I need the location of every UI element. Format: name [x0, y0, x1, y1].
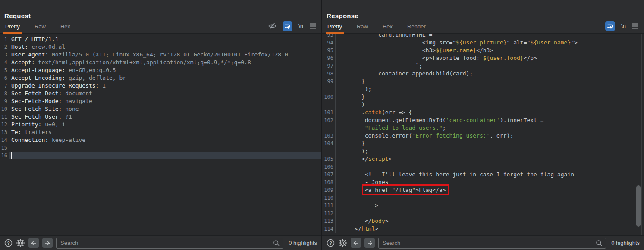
code-line[interactable]: 105 </script>: [322, 155, 644, 163]
word-wrap-icon[interactable]: [283, 21, 292, 31]
line-number: 94: [322, 39, 336, 47]
code-line[interactable]: 95 <h3>${user.name}</h3>: [322, 47, 644, 54]
code-line[interactable]: 113 </body>: [322, 217, 644, 225]
code-line[interactable]: ): [322, 101, 644, 109]
code-line[interactable]: 114 </html>: [322, 225, 644, 233]
code-line[interactable]: 104 }: [322, 140, 644, 147]
code-line[interactable]: 1GET / HTTP/1.1: [0, 35, 321, 43]
response-search-bar: ? 0 highlights: [322, 235, 644, 250]
settings-gear-icon[interactable]: [16, 238, 25, 247]
line-number: [322, 101, 336, 109]
next-match-button[interactable]: [364, 238, 375, 248]
code-line[interactable]: 100 }: [322, 93, 644, 101]
newline-icon[interactable]: \n: [298, 23, 303, 29]
help-icon[interactable]: ?: [327, 239, 335, 247]
code-line[interactable]: 16: [0, 152, 321, 159]
response-tabs: Pretty Raw Hex Render: [327, 23, 440, 33]
tab-render[interactable]: Render: [406, 23, 427, 33]
line-number: 97: [322, 62, 336, 70]
response-search-box: [378, 237, 606, 249]
response-highlight-count: 0 highlights: [611, 240, 640, 246]
previous-match-button[interactable]: [28, 238, 39, 248]
code-line[interactable]: 102 document.getElementById('card-contai…: [322, 116, 644, 124]
code-line[interactable]: 10Sec-Fetch-Site: none: [0, 105, 321, 113]
code-line[interactable]: 98 container.appendChild(card);: [322, 70, 644, 78]
code-line[interactable]: );: [322, 147, 644, 155]
code-line[interactable]: 2Host: crew.0d.al: [0, 43, 321, 51]
line-number: 114: [322, 225, 336, 233]
code-line[interactable]: "Failed to load users.";: [322, 124, 644, 132]
code-line[interactable]: 14Connection: keep-alive: [0, 136, 321, 144]
next-match-button[interactable]: [42, 238, 53, 248]
flag-link-highlight-box: <a href="/flag">Flag</a>: [365, 186, 446, 194]
code-line[interactable]: 13Te: trailers: [0, 128, 321, 136]
tab-pretty[interactable]: Pretty: [4, 23, 21, 33]
help-icon[interactable]: ?: [4, 239, 13, 247]
line-number: 98: [322, 70, 336, 78]
line-number: 108: [322, 178, 336, 186]
code-line[interactable]: 111 -->: [322, 202, 644, 209]
line-number: 103: [322, 132, 336, 140]
response-editor[interactable]: 93 card.innerHTML = `94 <img src="${user…: [322, 34, 644, 235]
code-line[interactable]: 8Sec-Fetch-Dest: document: [0, 90, 321, 97]
tab-hex[interactable]: Hex: [60, 23, 71, 33]
newline-icon[interactable]: \n: [621, 23, 626, 29]
line-number: 112: [322, 209, 336, 217]
line-number: 7: [0, 82, 9, 90]
line-number: 16: [0, 152, 9, 159]
response-search-input[interactable]: [379, 240, 606, 246]
tab-hex[interactable]: Hex: [382, 23, 393, 33]
previous-match-button[interactable]: [351, 238, 361, 248]
code-line[interactable]: 101 .catch(err => {: [322, 109, 644, 116]
code-line[interactable]: 6Accept-Encoding: gzip, deflate, br: [0, 74, 321, 82]
line-number: 106: [322, 163, 336, 171]
code-line[interactable]: 3User-Agent: Mozilla/5.0 (X11; Linux x86…: [0, 51, 321, 59]
code-line[interactable]: 96 <p>Favorite food: ${user.food}</p>: [322, 54, 644, 62]
code-line[interactable]: 12Priority: u=0, i: [0, 121, 321, 128]
code-line[interactable]: 9Sec-Fetch-Mode: navigate: [0, 97, 321, 105]
request-search-bar: ? 0 highlights: [0, 235, 321, 250]
scrollbar-thumb[interactable]: [636, 185, 641, 227]
code-line[interactable]: 106: [322, 163, 644, 171]
code-line[interactable]: 11Sec-Fetch-User: ?1: [0, 113, 321, 121]
request-editor[interactable]: 1GET / HTTP/1.12Host: crew.0d.al3User-Ag…: [0, 34, 321, 235]
tab-raw[interactable]: Raw: [356, 23, 369, 33]
word-wrap-icon[interactable]: [605, 21, 615, 31]
menu-icon[interactable]: [632, 23, 639, 29]
response-title: Response: [327, 12, 358, 19]
line-number: 10: [0, 105, 9, 113]
hide-matches-icon[interactable]: [268, 22, 276, 30]
scrollbar-track: [641, 34, 642, 235]
code-line[interactable]: 108 - Jones: [322, 178, 644, 186]
line-number: 6: [0, 74, 9, 82]
request-title: Request: [4, 12, 31, 19]
line-number: 1: [0, 35, 9, 43]
code-line[interactable]: 99 }: [322, 78, 644, 85]
line-number: 102: [322, 116, 336, 124]
code-line[interactable]: 7Upgrade-Insecure-Requests: 1: [0, 82, 321, 90]
search-icon: [273, 240, 280, 247]
code-line[interactable]: 94 <img src="${user.picture}" alt="${use…: [322, 39, 644, 47]
code-line[interactable]: );: [322, 85, 644, 93]
code-line[interactable]: 112: [322, 209, 644, 217]
request-header: Request Pretty Raw Hex \n: [0, 12, 321, 34]
line-number: 95: [322, 47, 336, 54]
line-number: 3: [0, 51, 9, 59]
code-line[interactable]: 5Accept-Language: en-GB,en;q=0.5: [0, 66, 321, 74]
tab-raw[interactable]: Raw: [34, 23, 47, 33]
code-line[interactable]: 15: [0, 144, 321, 152]
code-line[interactable]: 93 card.innerHTML = `: [322, 34, 644, 39]
settings-gear-icon[interactable]: [338, 238, 347, 247]
response-panel: Response Pretty Raw Hex Render \n 93: [322, 0, 644, 250]
code-line[interactable]: 103 console.error('Error fetching users:…: [322, 132, 644, 140]
menu-icon[interactable]: [309, 23, 316, 29]
request-search-input[interactable]: [57, 240, 283, 246]
code-line[interactable]: 109 <a href="/flag">Flag</a>: [322, 186, 644, 194]
code-line[interactable]: 110: [322, 194, 644, 202]
code-line[interactable]: 4Accept: text/html,application/xhtml+xml…: [0, 59, 321, 66]
code-line[interactable]: 97 `;: [322, 62, 644, 70]
panel-divider[interactable]: [321, 0, 322, 250]
line-number: [322, 124, 336, 132]
code-line[interactable]: 107 <!-- I'll leave this here just in ca…: [322, 171, 644, 178]
tab-pretty[interactable]: Pretty: [327, 23, 343, 33]
